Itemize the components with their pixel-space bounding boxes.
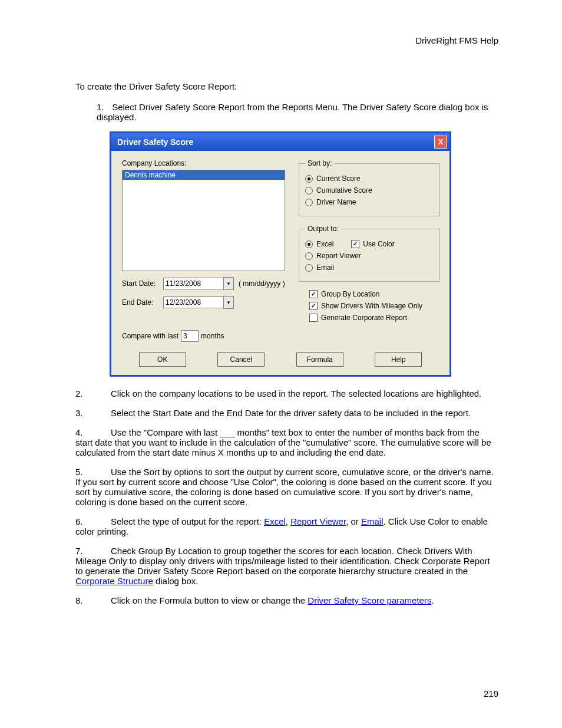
radio-icon	[305, 175, 313, 183]
formula-button[interactable]: Formula	[296, 353, 343, 367]
radio-email[interactable]: Email	[305, 263, 434, 272]
sort-by-group: Sort by: Current Score Cumulative Score …	[299, 159, 440, 216]
output-to-legend: Output to:	[305, 225, 341, 233]
excel-link[interactable]: Excel	[264, 516, 286, 526]
radio-icon	[305, 252, 313, 260]
chevron-down-icon[interactable]: ▼	[223, 296, 234, 309]
report-viewer-link[interactable]: Report Viewer	[290, 516, 346, 526]
help-button[interactable]: Help	[375, 353, 422, 367]
driver-safety-score-dialog: Driver Safety Score X Company Locations:…	[110, 131, 451, 377]
dialog-title: Driver Safety Score	[117, 136, 193, 149]
end-date-input[interactable]	[163, 297, 224, 308]
compare-label-prefix: Compare with last	[122, 332, 178, 340]
checkbox-icon	[351, 240, 359, 248]
checkbox-icon	[309, 290, 318, 298]
compare-months-input[interactable]	[181, 330, 199, 342]
ok-button[interactable]: OK	[139, 353, 186, 367]
company-locations-listbox[interactable]: Dennis machine	[122, 170, 285, 271]
checkbox-icon	[309, 314, 318, 322]
safety-score-params-link[interactable]: Driver Safety Score parameters	[308, 595, 431, 605]
cancel-button[interactable]: Cancel	[217, 353, 265, 367]
radio-icon	[305, 241, 313, 248]
step-1-num: 1.	[97, 102, 110, 112]
step-3: 3.Select the Start Date and the End Date…	[75, 408, 498, 418]
intro-text: To create the Driver Safety Score Report…	[75, 81, 498, 93]
end-date-label: End Date:	[122, 298, 163, 307]
output-to-group: Output to: Excel Use Color Report Viewer…	[299, 225, 440, 282]
start-date-input[interactable]	[163, 278, 224, 289]
page-number: 219	[484, 689, 498, 699]
step-6: 6.Select the type of output for the repo…	[75, 516, 498, 536]
checkbox-mileage-only[interactable]: Show Drivers With Mileage Only	[309, 302, 440, 310]
list-item[interactable]: Dennis machine	[123, 170, 285, 180]
chevron-down-icon[interactable]: ▼	[223, 277, 234, 290]
radio-report-viewer[interactable]: Report Viewer	[305, 252, 434, 260]
corporate-structure-link[interactable]: Corporate Structure	[75, 576, 153, 586]
checkbox-use-color[interactable]: Use Color	[351, 240, 394, 248]
date-format-hint: ( mm/dd/yyyy )	[239, 279, 285, 288]
compare-label-suffix: months	[201, 332, 224, 340]
page-header: DriveRight FMS Help	[75, 35, 498, 45]
checkbox-corporate-report[interactable]: Generate Corporate Report	[309, 314, 440, 322]
radio-icon	[305, 264, 313, 272]
radio-cumulative-score[interactable]: Cumulative Score	[305, 186, 434, 195]
checkbox-group-by-location[interactable]: Group By Location	[309, 290, 440, 298]
radio-icon	[305, 187, 313, 195]
radio-current-score[interactable]: Current Score	[305, 174, 434, 183]
step-2: 2.Click on the company locations to be u…	[75, 388, 498, 398]
radio-driver-name[interactable]: Driver Name	[305, 198, 434, 206]
checkbox-icon	[309, 302, 318, 310]
step-1: 1. Select Driver Safety Score Report fro…	[97, 102, 498, 122]
step-7: 7.Check Group By Location to group toget…	[75, 546, 498, 586]
start-date-label: Start Date:	[122, 279, 163, 288]
dialog-titlebar[interactable]: Driver Safety Score X	[111, 133, 449, 151]
step-4: 4.Use the "Compare with last ___ months"…	[75, 427, 498, 457]
step-1-text: Select Driver Safety Score Report from t…	[97, 102, 488, 122]
close-icon[interactable]: X	[434, 136, 447, 149]
sort-by-legend: Sort by:	[305, 159, 334, 167]
step-5: 5.Use the Sort by options to sort the ou…	[75, 467, 498, 507]
company-locations-label: Company Locations:	[122, 159, 299, 167]
step-8: 8.Click on the Formula button to view or…	[75, 595, 498, 605]
email-link[interactable]: Email	[361, 516, 384, 526]
radio-icon	[305, 199, 313, 206]
radio-excel[interactable]: Excel	[305, 240, 333, 248]
